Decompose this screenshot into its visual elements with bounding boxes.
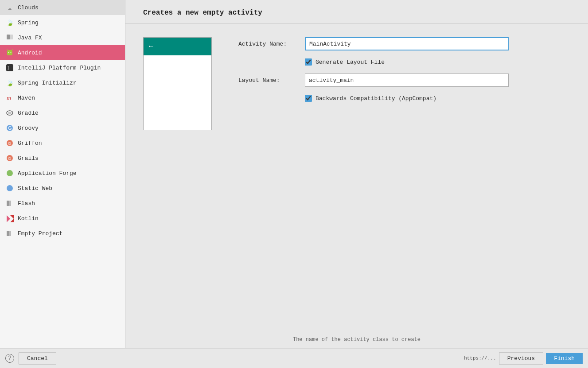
sidebar-item-label-gradle: Gradle — [18, 110, 39, 116]
spring-icon: 🍃 — [5, 18, 14, 27]
backwards-compat-label[interactable]: Backwards Compatibility (AppCompat) — [315, 95, 436, 102]
sidebar-item-label-flash: Flash — [18, 200, 35, 207]
back-arrow-icon: ← — [149, 43, 153, 50]
generate-layout-row: Generate Layout File — [305, 58, 570, 66]
intellij-icon: I — [5, 63, 14, 72]
svg-text:G: G — [8, 125, 12, 131]
sidebar: ☁Clouds🍃SpringJava FXAndroidIIntelliJ Pl… — [0, 0, 125, 348]
android-icon — [5, 48, 14, 57]
footer-left: ? Cancel — [5, 353, 56, 364]
layout-name-input[interactable] — [305, 74, 509, 87]
phone-screen: ← — [143, 37, 212, 130]
svg-point-2 — [8, 52, 9, 53]
sidebar-item-label-staticweb: Static Web — [18, 185, 52, 192]
svg-line-5 — [12, 50, 12, 50]
sidebar-item-intellij[interactable]: IIntelliJ Platform Plugin — [0, 60, 125, 75]
content-header: Creates a new empty activity — [125, 0, 588, 24]
sidebar-item-label-intellij: IntelliJ Platform Plugin — [18, 65, 101, 71]
clouds-icon: ☁ — [5, 3, 14, 12]
url-text: https://... — [464, 356, 496, 361]
sidebar-item-flash[interactable]: Flash — [0, 196, 125, 211]
svg-rect-1 — [7, 35, 10, 39]
backwards-compat-row: Backwards Compatibility (AppCompat) — [305, 95, 570, 102]
maven-icon: m — [5, 93, 14, 102]
bottom-area: The name of the activity class to create — [125, 331, 588, 348]
flash-icon — [5, 199, 14, 208]
sidebar-item-label-groovy: Groovy — [18, 125, 39, 132]
footer-right: https://... Previous Finish — [464, 353, 583, 364]
previous-button[interactable]: Previous — [499, 353, 543, 364]
sidebar-item-spring-init[interactable]: 🍃Spring Initializr — [0, 75, 125, 90]
sidebar-item-label-spring: Spring — [18, 19, 39, 26]
svg-text:m: m — [7, 95, 11, 101]
sidebar-item-label-grails: Grails — [18, 155, 39, 162]
content-body: ← Activity Name: Generate Layout File La… — [125, 24, 588, 331]
svg-point-18 — [7, 185, 13, 191]
svg-line-4 — [7, 50, 8, 50]
staticweb-icon — [5, 184, 14, 193]
svg-point-3 — [11, 52, 12, 53]
footer: ? Cancel https://... Previous Finish — [0, 348, 588, 368]
activity-name-row: Activity Name: — [238, 37, 570, 50]
main-content: Creates a new empty activity ← Activity … — [125, 0, 588, 348]
groovy-icon: G — [5, 124, 14, 132]
svg-point-17 — [7, 170, 13, 176]
svg-point-10 — [8, 112, 12, 114]
sidebar-item-label-appforge: Application Forge — [18, 170, 77, 177]
sidebar-item-label-kotlin: Kotlin — [18, 215, 39, 222]
sidebar-item-clouds[interactable]: ☁Clouds — [0, 0, 125, 15]
svg-marker-22 — [10, 215, 14, 222]
grails-icon: G — [5, 154, 14, 163]
appforge-icon — [5, 169, 14, 178]
svg-text:G: G — [8, 141, 11, 146]
gradle-icon — [5, 108, 14, 117]
phone-header: ← — [144, 38, 211, 55]
backwards-compat-checkbox[interactable] — [305, 95, 312, 102]
cancel-button[interactable]: Cancel — [19, 353, 56, 364]
sidebar-item-javafx[interactable]: Java FX — [0, 30, 125, 45]
sidebar-item-label-empty: Empty Project — [18, 230, 62, 237]
svg-text:I: I — [8, 66, 9, 70]
sidebar-item-empty[interactable]: Empty Project — [0, 226, 125, 241]
help-button[interactable]: ? — [5, 354, 14, 363]
phone-preview: ← — [143, 37, 212, 318]
javafx-icon — [5, 33, 14, 42]
sidebar-item-griffon[interactable]: GGriffon — [0, 136, 125, 151]
sidebar-item-gradle[interactable]: Gradle — [0, 105, 125, 120]
sidebar-item-label-griffon: Griffon — [18, 140, 42, 147]
dialog: ☁Clouds🍃SpringJava FXAndroidIIntelliJ Pl… — [0, 0, 588, 348]
sidebar-item-label-maven: Maven — [18, 95, 35, 101]
griffon-icon: G — [5, 139, 14, 147]
sidebar-item-spring[interactable]: 🍃Spring — [0, 15, 125, 30]
sidebar-item-groovy[interactable]: GGroovy — [0, 120, 125, 136]
svg-rect-20 — [7, 201, 9, 206]
empty-icon — [5, 229, 14, 238]
spring-init-icon: 🍃 — [5, 78, 14, 87]
hint-text: The name of the activity class to create — [143, 337, 570, 343]
activity-name-label: Activity Name: — [238, 41, 305, 47]
sidebar-item-label-spring-init: Spring Initializr — [18, 80, 77, 86]
sidebar-item-label-clouds: Clouds — [18, 4, 39, 11]
svg-rect-24 — [7, 231, 9, 236]
sidebar-item-appforge[interactable]: Application Forge — [0, 166, 125, 181]
sidebar-item-label-android: Android — [18, 50, 42, 56]
kotlin-icon — [5, 214, 14, 223]
sidebar-item-staticweb[interactable]: Static Web — [0, 181, 125, 196]
form-area: Activity Name: Generate Layout File Layo… — [238, 37, 570, 318]
svg-text:G: G — [8, 156, 11, 161]
activity-name-input[interactable] — [305, 37, 509, 50]
generate-layout-label[interactable]: Generate Layout File — [315, 59, 385, 66]
generate-layout-checkbox[interactable] — [305, 58, 312, 66]
sidebar-item-label-javafx: Java FX — [18, 35, 42, 41]
sidebar-item-android[interactable]: Android — [0, 45, 125, 60]
finish-button[interactable]: Finish — [546, 353, 583, 364]
sidebar-item-grails[interactable]: GGrails — [0, 151, 125, 166]
sidebar-item-kotlin[interactable]: Kotlin — [0, 211, 125, 226]
layout-name-row: Layout Name: — [238, 74, 570, 87]
svg-marker-21 — [7, 215, 10, 222]
dialog-title: Creates a new empty activity — [143, 9, 570, 17]
sidebar-item-maven[interactable]: mMaven — [0, 90, 125, 105]
layout-name-label: Layout Name: — [238, 77, 305, 84]
